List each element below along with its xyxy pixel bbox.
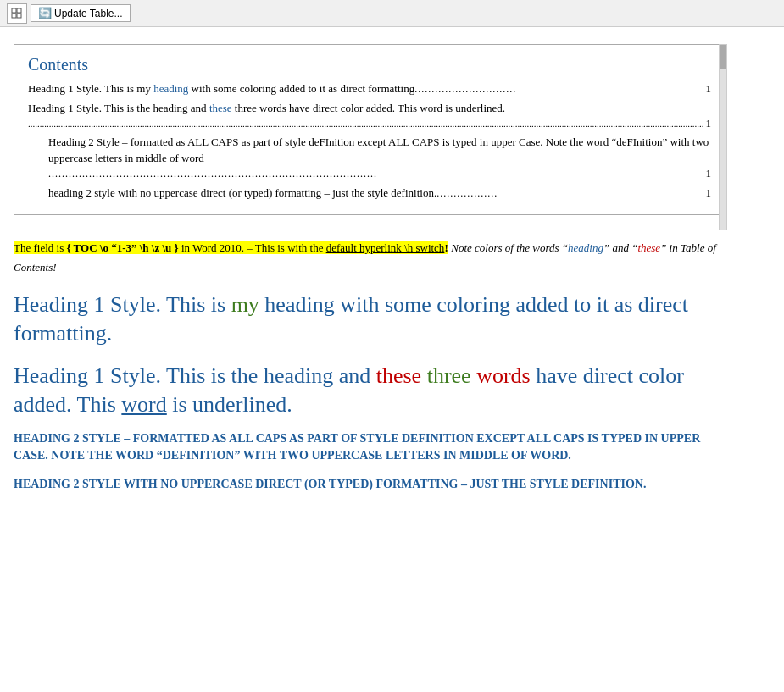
toc-entry-2-dots: ........................................… bbox=[28, 118, 703, 131]
toc-entry-1-dots: .............................. bbox=[414, 82, 702, 97]
main-content: Contents Heading 1 Style. This is my hea… bbox=[0, 27, 746, 516]
field-line-block: The field is { TOC \o “1-3” \h \z \u } i… bbox=[14, 239, 729, 277]
svg-rect-1 bbox=[17, 8, 21, 13]
doc-heading2-first: HEADING 2 STYLE – FORMATTED AS ALL CAPS … bbox=[14, 430, 729, 463]
svg-rect-3 bbox=[17, 14, 21, 18]
update-table-icon: 🔄 bbox=[38, 7, 52, 19]
toc-entry-2-these-link[interactable]: these bbox=[209, 102, 232, 114]
words-color-word: words bbox=[476, 363, 531, 388]
field-exclamation: ! bbox=[444, 241, 448, 254]
doc-heading1-first: Heading 1 Style. This is my heading with… bbox=[14, 291, 729, 348]
toc-entry-3: Heading 2 Style – formatted as ALL CAPS … bbox=[28, 135, 711, 181]
toc-entry-4-text: heading 2 style with no uppercase direct… bbox=[48, 185, 436, 201]
field-line-text: The field is { TOC \o “1-3” \h \z \u } i… bbox=[14, 241, 448, 254]
update-table-label: Update Table... bbox=[54, 8, 123, 19]
toc-scrollbar[interactable] bbox=[719, 44, 727, 230]
three-color-word: three bbox=[427, 363, 471, 388]
update-table-button[interactable]: 🔄 Update Table... bbox=[31, 4, 131, 22]
toc-title: Contents bbox=[28, 55, 711, 75]
toc-entry-3-page: 1 bbox=[706, 166, 712, 181]
toc-box: Contents Heading 1 Style. This is my hea… bbox=[14, 44, 726, 215]
toc-entry-2-underlined: underlined bbox=[455, 102, 503, 114]
toc-entry-1-text: Heading 1 Style. This is my heading with… bbox=[28, 81, 414, 97]
toc-entry-2-page: 1 bbox=[706, 116, 712, 131]
doc-heading2-second: HEADING 2 STYLE WITH NO UPPERCASE DIRECT… bbox=[14, 476, 729, 493]
toc-entry-1-heading-link[interactable]: heading bbox=[153, 82, 188, 95]
these-color-word: these bbox=[376, 363, 421, 388]
note-these-word: these bbox=[637, 241, 660, 254]
toc-entry-4-dots: .................. bbox=[436, 186, 702, 202]
toc-entry-4-page: 1 bbox=[706, 185, 712, 201]
word-underlined: word bbox=[121, 392, 166, 417]
field-line-link[interactable]: default hyperlink \h switch bbox=[326, 241, 445, 254]
toc-entry-4: heading 2 style with no uppercase direct… bbox=[28, 185, 711, 202]
toolbar: 🔄 Update Table... bbox=[0, 0, 784, 27]
doc-heading1-second: Heading 1 Style. This is the heading and… bbox=[14, 362, 729, 419]
note-heading-word: heading bbox=[568, 241, 603, 254]
toc-entry-2: Heading 1 Style. This is the heading and… bbox=[28, 101, 711, 132]
toc-entry-3-dots: ........................................… bbox=[48, 167, 703, 182]
svg-rect-2 bbox=[12, 14, 16, 18]
toc-entry-1-page: 1 bbox=[706, 81, 712, 97]
toc-entry-1: Heading 1 Style. This is my heading with… bbox=[28, 81, 711, 97]
table-icon[interactable] bbox=[7, 3, 27, 24]
svg-rect-0 bbox=[12, 8, 16, 13]
toc-scrollbar-thumb[interactable] bbox=[720, 45, 726, 69]
my-color-word: my bbox=[231, 292, 259, 317]
